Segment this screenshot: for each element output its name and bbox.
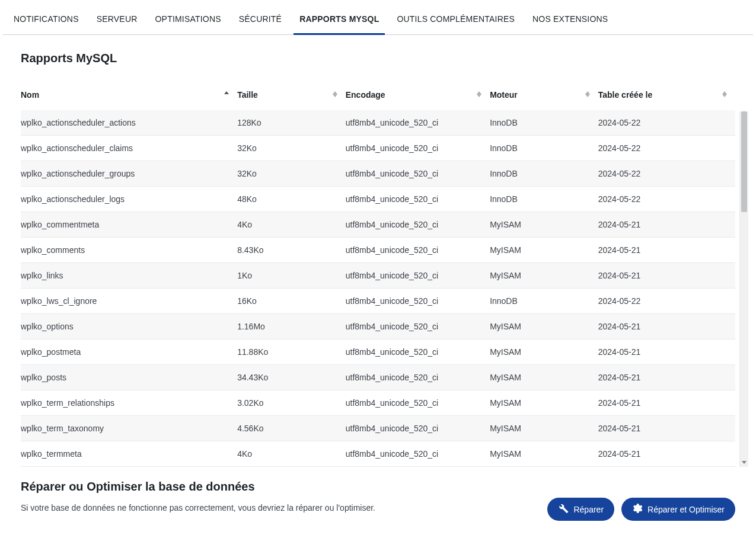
col-header-encodage[interactable]: Encodage xyxy=(346,83,490,110)
cell-taille: 4.56Ko xyxy=(237,416,346,441)
cell-date: 2024-05-21 xyxy=(598,263,735,289)
cell-taille: 4Ko xyxy=(237,212,346,238)
cell-moteur: MyISAM xyxy=(490,365,598,390)
cell-nom: wplko_actionscheduler_logs xyxy=(21,187,237,212)
cell-enc: utf8mb4_unicode_520_ci xyxy=(346,187,490,212)
cell-taille: 1Ko xyxy=(237,263,346,289)
cell-taille: 32Ko xyxy=(237,161,346,187)
repair-button[interactable]: Réparer xyxy=(547,498,614,521)
cell-moteur: MyISAM xyxy=(490,314,598,339)
cell-moteur: InnoDB xyxy=(490,187,598,212)
col-header-moteur[interactable]: Moteur xyxy=(490,83,598,110)
cell-moteur: MyISAM xyxy=(490,416,598,441)
svg-marker-6 xyxy=(585,94,590,97)
cell-enc: utf8mb4_unicode_520_ci xyxy=(346,365,490,390)
sort-icon xyxy=(477,91,481,97)
col-header-nom-label: Nom xyxy=(21,90,39,100)
cell-taille: 1.16Mo xyxy=(237,314,346,339)
repair-title: Réparer ou Optimiser la base de données xyxy=(21,480,524,494)
table-header-row: Nom Taille xyxy=(21,83,735,110)
cell-taille: 3.02Ko xyxy=(237,390,346,416)
cell-date: 2024-05-21 xyxy=(598,212,735,238)
cell-nom: wplko_term_taxonomy xyxy=(21,416,237,441)
cell-moteur: MyISAM xyxy=(490,441,598,467)
repair-optimize-section: Réparer ou Optimiser la base de données … xyxy=(3,473,753,533)
table-row: wplko_postmeta11.88Koutf8mb4_unicode_520… xyxy=(21,339,735,365)
repair-description: Si votre base de données ne fonctionne p… xyxy=(21,503,524,512)
svg-marker-9 xyxy=(742,461,747,464)
cell-moteur: MyISAM xyxy=(490,212,598,238)
cell-enc: utf8mb4_unicode_520_ci xyxy=(346,390,490,416)
cell-nom: wplko_lws_cl_ignore xyxy=(21,289,237,314)
cell-taille: 4Ko xyxy=(237,441,346,467)
tab-notifications[interactable]: NOTIFICATIONS xyxy=(8,4,85,34)
tab-rapports-mysql[interactable]: RAPPORTS MYSQL xyxy=(294,4,385,34)
col-header-date-label: Table créée le xyxy=(598,90,653,100)
table-scrollbar[interactable] xyxy=(739,111,748,467)
sort-asc-icon xyxy=(224,91,229,94)
tab-optimisations[interactable]: OPTIMISATIONS xyxy=(149,4,227,34)
sort-icon xyxy=(333,91,337,97)
cell-enc: utf8mb4_unicode_520_ci xyxy=(346,289,490,314)
cell-nom: wplko_options xyxy=(21,314,237,339)
col-header-date[interactable]: Table créée le xyxy=(598,83,735,110)
table-row: wplko_posts34.43Koutf8mb4_unicode_520_ci… xyxy=(21,365,735,390)
table-wrapper: Nom Taille xyxy=(21,83,735,467)
cell-date: 2024-05-21 xyxy=(598,441,735,467)
cell-enc: utf8mb4_unicode_520_ci xyxy=(346,314,490,339)
cell-date: 2024-05-21 xyxy=(598,238,735,263)
cell-date: 2024-05-21 xyxy=(598,416,735,441)
cell-taille: 11.88Ko xyxy=(237,339,346,365)
tab-serveur[interactable]: SERVEUR xyxy=(91,4,143,34)
table-row: wplko_options1.16Moutf8mb4_unicode_520_c… xyxy=(21,314,735,339)
table-row: wplko_actionscheduler_claims32Koutf8mb4_… xyxy=(21,136,735,161)
cell-date: 2024-05-21 xyxy=(598,365,735,390)
svg-marker-2 xyxy=(333,94,337,97)
cell-moteur: InnoDB xyxy=(490,136,598,161)
cell-nom: wplko_comments xyxy=(21,238,237,263)
cell-taille: 48Ko xyxy=(237,187,346,212)
cell-date: 2024-05-22 xyxy=(598,289,735,314)
repair-button-label: Réparer xyxy=(573,505,604,514)
repair-optimize-button-label: Réparer et Optimiser xyxy=(647,505,725,514)
tab-outils-compl-mentaires[interactable]: OUTILS COMPLÉMENTAIRES xyxy=(391,4,521,34)
scrollbar-down-icon[interactable] xyxy=(740,457,748,467)
cell-taille: 16Ko xyxy=(237,289,346,314)
table-row: wplko_lws_cl_ignore16Koutf8mb4_unicode_5… xyxy=(21,289,735,314)
cell-enc: utf8mb4_unicode_520_ci xyxy=(346,212,490,238)
cell-nom: wplko_actionscheduler_actions xyxy=(21,110,237,136)
cell-date: 2024-05-21 xyxy=(598,314,735,339)
col-header-taille[interactable]: Taille xyxy=(237,83,346,110)
tabs-bar: NOTIFICATIONSSERVEUROPTIMISATIONSSÉCURIT… xyxy=(3,4,753,35)
cell-taille: 32Ko xyxy=(237,136,346,161)
cell-date: 2024-05-22 xyxy=(598,161,735,187)
table-row: wplko_actionscheduler_logs48Koutf8mb4_un… xyxy=(21,187,735,212)
mysql-reports-section: Rapports MySQL Nom Taill xyxy=(3,35,753,473)
cell-enc: utf8mb4_unicode_520_ci xyxy=(346,441,490,467)
cell-nom: wplko_termmeta xyxy=(21,441,237,467)
sort-icon xyxy=(722,91,727,97)
cell-nom: wplko_actionscheduler_groups xyxy=(21,161,237,187)
cell-taille: 128Ko xyxy=(237,110,346,136)
cell-date: 2024-05-22 xyxy=(598,110,735,136)
tab-s-curit-[interactable]: SÉCURITÉ xyxy=(233,4,288,34)
cell-nom: wplko_links xyxy=(21,263,237,289)
cell-date: 2024-05-21 xyxy=(598,390,735,416)
cell-enc: utf8mb4_unicode_520_ci xyxy=(346,110,490,136)
col-header-nom[interactable]: Nom xyxy=(21,83,237,110)
cell-enc: utf8mb4_unicode_520_ci xyxy=(346,416,490,441)
cell-taille: 8.43Ko xyxy=(237,238,346,263)
cell-enc: utf8mb4_unicode_520_ci xyxy=(346,161,490,187)
cell-nom: wplko_posts xyxy=(21,365,237,390)
cell-moteur: InnoDB xyxy=(490,110,598,136)
cell-moteur: MyISAM xyxy=(490,238,598,263)
sort-icon xyxy=(585,91,590,97)
scrollbar-thumb[interactable] xyxy=(741,111,747,212)
tab-nos-extensions[interactable]: NOS EXTENSIONS xyxy=(527,4,614,34)
table-row: wplko_termmeta4Koutf8mb4_unicode_520_ciM… xyxy=(21,441,735,467)
table-row: wplko_term_relationships3.02Koutf8mb4_un… xyxy=(21,390,735,416)
repair-optimize-button[interactable]: Réparer et Optimiser xyxy=(621,498,735,521)
svg-marker-8 xyxy=(722,94,727,97)
table-row: wplko_actionscheduler_actions128Koutf8mb… xyxy=(21,110,735,136)
cell-enc: utf8mb4_unicode_520_ci xyxy=(346,136,490,161)
